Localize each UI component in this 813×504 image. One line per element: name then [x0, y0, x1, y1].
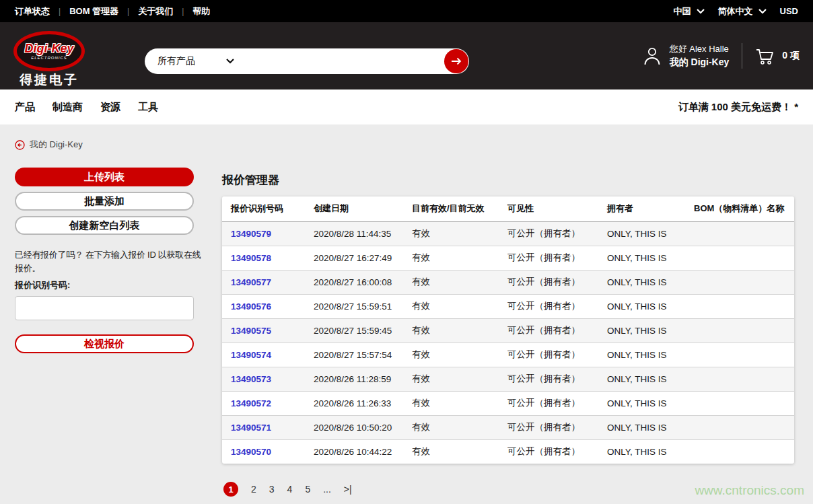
status-cell: 有效 [403, 318, 499, 343]
owner-cell: ONLY, THIS IS [598, 294, 685, 318]
quote-id-link[interactable]: 13490578 [231, 253, 271, 263]
created-date-cell: 2020/8/27 16:00:08 [305, 270, 403, 294]
table-row: 134905732020/8/26 11:28:59有效可公开（拥有者）ONLY… [222, 367, 794, 391]
quote-id-link[interactable]: 13490573 [231, 374, 271, 384]
pagination-current-page[interactable]: 1 [223, 482, 238, 497]
bom-name-cell [685, 367, 794, 391]
logo-chinese-text: 得捷电子 [13, 73, 85, 86]
bom-name-cell [685, 270, 794, 294]
table-header-cell: 报价识别号码 [222, 196, 305, 221]
top-utility-bar: 订单状态|BOM 管理器|关于我们|帮助 中国 简体中文 USD [0, 0, 813, 22]
language-selector[interactable]: 简体中文 [718, 5, 767, 17]
region-label: 中国 [674, 5, 691, 17]
visibility-cell: 可公开（拥有者） [499, 246, 598, 270]
created-date-cell: 2020/8/28 11:44:35 [305, 221, 403, 246]
chevron-down-icon [226, 59, 234, 64]
quote-id-link[interactable]: 13490577 [231, 277, 271, 287]
pagination: 1 2345...>| [223, 482, 352, 497]
owner-cell: ONLY, THIS IS [598, 439, 685, 464]
status-cell: 有效 [403, 221, 499, 246]
view-quote-button[interactable]: 检视报价 [15, 334, 194, 353]
quote-id-link[interactable]: 13490575 [231, 326, 271, 336]
top-link[interactable]: 帮助 [192, 5, 210, 17]
owner-cell: ONLY, THIS IS [598, 391, 685, 415]
bom-name-cell [685, 294, 794, 318]
quote-id-link[interactable]: 13490576 [231, 301, 271, 312]
status-cell: 有效 [403, 270, 499, 294]
visibility-cell: 可公开（拥有者） [499, 270, 598, 294]
table-row: 134905742020/8/27 15:57:54有效可公开（拥有者）ONLY… [222, 343, 794, 367]
status-cell: 有效 [403, 391, 499, 415]
bom-name-cell [685, 343, 794, 367]
status-cell: 有效 [403, 343, 499, 367]
pagination-page[interactable]: 4 [287, 484, 293, 495]
quote-id-link[interactable]: 13490572 [231, 398, 271, 408]
quote-id-link[interactable]: 13490579 [231, 229, 271, 239]
bom-name-cell [685, 318, 794, 343]
owner-cell: ONLY, THIS IS [598, 318, 685, 343]
visibility-cell: 可公开（拥有者） [499, 343, 598, 367]
owner-cell: ONLY, THIS IS [598, 221, 685, 246]
status-cell: 有效 [403, 439, 499, 464]
owner-cell: ONLY, THIS IS [598, 415, 685, 439]
created-date-cell: 2020/8/27 16:27:49 [305, 246, 403, 270]
cart-count: 0 项 [782, 50, 800, 62]
pagination-page[interactable]: 3 [269, 484, 275, 495]
digikey-logo[interactable]: Digi-Key ELECTRONICS 得捷电子 [13, 31, 85, 86]
upload-list-button[interactable]: 上传列表 [15, 168, 194, 186]
sidebar: 上传列表 批量添加 创建新空白列表 已经有报价了吗？ 在下方输入报价 ID 以获… [15, 168, 194, 359]
created-date-cell: 2020/8/26 11:26:33 [305, 391, 403, 415]
owner-cell: ONLY, THIS IS [598, 246, 685, 270]
currency-selector[interactable]: USD [780, 6, 798, 16]
visibility-cell: 可公开（拥有者） [499, 415, 598, 439]
region-selector[interactable]: 中国 [674, 5, 705, 17]
nav-item[interactable]: 工具 [138, 101, 158, 114]
top-links: 订单状态|BOM 管理器|关于我们|帮助 [15, 5, 210, 17]
table-row: 134905782020/8/27 16:27:49有效可公开（拥有者）ONLY… [222, 246, 794, 270]
quote-id-link[interactable]: 13490570 [231, 447, 271, 457]
status-cell: 有效 [403, 294, 499, 318]
bulk-add-button[interactable]: 批量添加 [15, 192, 194, 211]
account-links[interactable]: 您好 Alex Halle 我的 Digi-Key [670, 43, 730, 69]
search-submit-button[interactable] [444, 49, 468, 73]
quote-id-input[interactable] [15, 296, 194, 320]
search-input[interactable] [244, 50, 439, 72]
cart-icon [755, 47, 775, 65]
visibility-cell: 可公开（拥有者） [499, 221, 598, 246]
nav-item[interactable]: 产品 [15, 101, 35, 114]
top-link[interactable]: 订单状态 [15, 5, 50, 17]
table-row: 134905772020/8/27 16:00:08有效可公开（拥有者）ONLY… [222, 270, 794, 294]
table-row: 134905722020/8/26 11:26:33有效可公开（拥有者）ONLY… [222, 391, 794, 415]
table-row: 134905752020/8/27 15:59:45有效可公开（拥有者）ONLY… [222, 318, 794, 343]
search-category-dropdown[interactable]: 所有产品 [145, 55, 234, 67]
quote-id-link[interactable]: 13490571 [231, 423, 271, 433]
quote-id-label: 报价识别号码: [15, 279, 194, 291]
create-blank-list-button[interactable]: 创建新空白列表 [15, 216, 194, 235]
visibility-cell: 可公开（拥有者） [499, 367, 598, 391]
my-digikey-link[interactable]: 我的 Digi-Key [670, 57, 730, 69]
nav-item[interactable]: 制造商 [52, 101, 83, 114]
greeting-text: 您好 Alex Halle [670, 43, 730, 55]
top-link[interactable]: 关于我们 [138, 5, 173, 17]
logo-brand-text: Digi-Key [24, 42, 73, 55]
user-icon [643, 46, 661, 65]
visibility-cell: 可公开（拥有者） [499, 439, 598, 464]
cart-button[interactable]: 0 项 [755, 47, 800, 65]
top-link[interactable]: BOM 管理器 [69, 5, 118, 17]
table-header-cell: 目前有效/目前无效 [403, 196, 499, 221]
search-bar: 所有产品 [145, 48, 469, 74]
breadcrumb[interactable]: 我的 Digi-Key [15, 139, 83, 151]
quotes-table: 报价识别号码创建日期目前有效/目前无效可见性拥有者BOM（物料清单）名称 134… [222, 196, 794, 464]
page-title: 报价管理器 [222, 172, 279, 188]
nav-item[interactable]: 资源 [100, 101, 120, 114]
pagination-page[interactable]: 5 [305, 484, 310, 495]
main-header: Digi-Key ELECTRONICS 得捷电子 所有产品 您好 Alex H… [0, 22, 813, 89]
created-date-cell: 2020/8/27 15:57:54 [305, 343, 403, 367]
quote-id-link[interactable]: 13490574 [231, 350, 271, 360]
breadcrumb-label: 我的 Digi-Key [30, 139, 83, 151]
pagination-page[interactable]: >| [344, 484, 352, 495]
pagination-page[interactable]: 2 [251, 484, 256, 495]
status-cell: 有效 [403, 367, 499, 391]
pagination-page[interactable]: ... [323, 484, 331, 495]
created-date-cell: 2020/8/26 10:44:22 [305, 439, 403, 464]
